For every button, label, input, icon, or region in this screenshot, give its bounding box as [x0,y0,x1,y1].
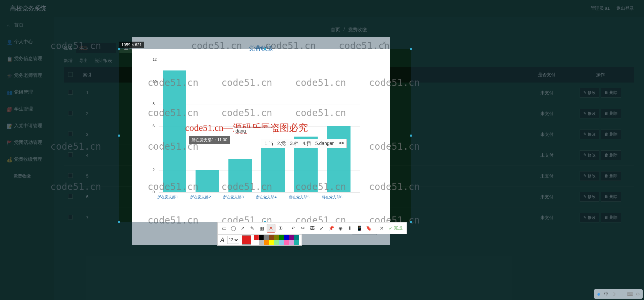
bar[interactable] [196,170,219,192]
ime-candidate[interactable]: 2.党 [277,141,286,147]
font-glyph-icon: A [220,237,224,244]
color-swatch[interactable] [269,235,274,240]
color-swatch[interactable] [264,240,269,245]
color-swatch[interactable] [289,240,294,245]
color-swatch[interactable] [269,240,274,245]
ime-mode-label[interactable]: 中 [604,291,608,297]
emoji-icon[interactable]: ☻ [596,291,601,297]
cancel-icon[interactable]: ✕ [377,224,386,233]
phone-icon[interactable]: 📱 [355,224,364,233]
text-tool-icon[interactable]: A [267,224,275,233]
ime-next-icon[interactable]: ▶ [342,141,344,145]
moon-icon[interactable]: ☽ [611,291,616,297]
x-axis-label: 所在党支部2 [185,195,216,200]
color-swatch[interactable] [259,235,264,240]
undo-icon[interactable]: ↶ [289,224,298,233]
color-swatch[interactable] [279,240,284,245]
color-swatch[interactable] [289,235,294,240]
circle-tool-icon[interactable]: ◯ [229,224,238,233]
modal-title: 党费收缴 [132,44,390,52]
x-axis-label: 所在党支部1 [153,195,183,200]
record-icon[interactable]: ◉ [336,224,345,233]
color-swatch[interactable] [274,240,279,245]
font-size-select[interactable]: 12 [227,236,239,244]
bar[interactable] [327,126,351,192]
x-axis-label: 所在党支部5 [284,195,314,200]
pen-tool-icon[interactable]: ✎ [248,224,257,233]
ime-candidate[interactable]: 4.挡 [303,141,311,147]
ime-candidate[interactable]: 3.档 [290,141,299,147]
close-icon[interactable]: × [382,40,386,47]
translate-icon[interactable]: 🖼 [308,224,317,233]
color-swatch[interactable] [254,240,259,245]
ime-prev-icon[interactable]: ◀ [338,141,341,145]
rect-tool-icon[interactable]: ▭ [220,224,228,233]
system-tray: ☻ 中 ☽ ， ⌨ ⚙ [594,289,643,299]
number-tool-icon[interactable]: ① [276,224,285,233]
bar[interactable] [163,70,186,192]
ocr-icon[interactable]: ⤢ [317,224,326,233]
color-swatch[interactable] [254,235,259,240]
color-swatch[interactable] [274,235,279,240]
mosaic-tool-icon[interactable]: ▦ [257,224,266,233]
cut-icon[interactable]: ✂ [299,224,307,233]
settings-icon[interactable]: ⚙ [635,291,641,297]
ime-candidate[interactable]: 1.当 [265,141,273,147]
bar[interactable] [228,159,252,192]
comma-icon[interactable]: ， [619,291,625,297]
active-color-swatch[interactable] [242,235,251,245]
arrow-tool-icon[interactable]: ↗ [238,224,247,233]
ime-candidate-bar[interactable]: 1.当 2.党 3.档 4.挡 5.danger ◀▶ [261,139,347,148]
x-axis-label: 所在党支部3 [218,195,249,200]
ime-candidate[interactable]: 5.danger [315,141,334,147]
save-icon[interactable]: 🔖 [364,224,373,233]
x-axis-label: 所在党支部6 [317,195,347,200]
color-swatch[interactable] [294,235,299,240]
download-icon[interactable]: ⬇ [345,224,354,233]
color-swatch[interactable] [284,240,289,245]
done-button[interactable]: ✓完成 [387,225,405,231]
bar[interactable] [261,148,285,192]
color-swatch[interactable] [279,235,284,240]
screenshot-toolbar: ▭ ◯ ↗ ✎ ▦ A ① ↶ ✂ 🖼 ⤢ 📌 ◉ ⬇ 📱 🔖 ✕ ✓完成 [217,222,407,234]
ime-input-box[interactable]: dang [234,128,273,134]
color-swatch[interactable] [284,235,289,240]
chart-tooltip: 所在党支部1 : 11.00 [189,136,230,144]
text-style-toolbar: A 12 [217,234,302,246]
color-swatch[interactable] [264,235,269,240]
color-swatch[interactable] [294,240,299,245]
color-swatch[interactable] [259,240,264,245]
pin-icon[interactable]: 📌 [327,224,335,233]
x-axis-label: 所在党支部4 [251,195,281,200]
keyboard-icon[interactable]: ⌨ [627,291,633,297]
